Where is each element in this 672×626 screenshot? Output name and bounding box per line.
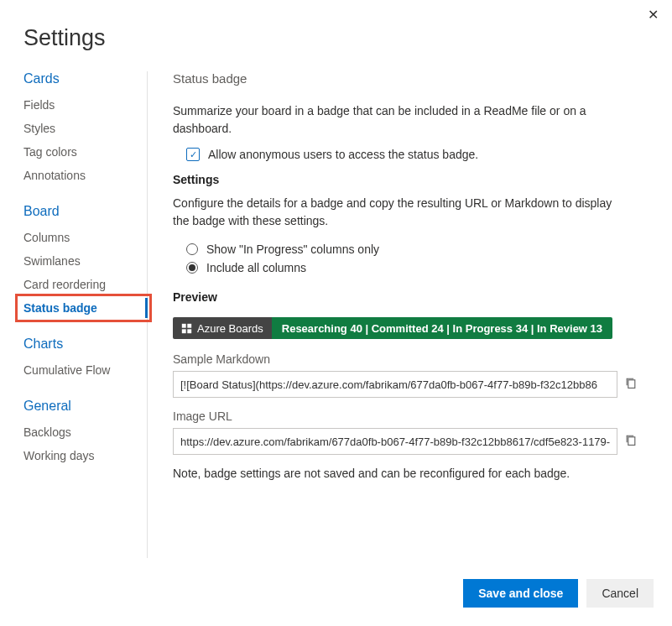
sidebar-item-working-days[interactable]: Working days <box>23 444 147 467</box>
svg-rect-5 <box>628 437 635 446</box>
dialog-footer: Save and close Cancel <box>463 579 654 608</box>
section-title: Status badge <box>173 71 654 86</box>
radio-include-all[interactable]: Include all columns <box>186 258 654 277</box>
columns-radio-group: Show "In Progress" columns only Include … <box>186 240 654 277</box>
image-url-input[interactable] <box>173 428 617 455</box>
sidebar-item-card-reordering[interactable]: Card reordering <box>23 273 147 296</box>
radio-label: Include all columns <box>206 261 306 274</box>
note-text: Note, badge settings are not saved and c… <box>173 467 654 480</box>
sidebar-item-backlogs[interactable]: Backlogs <box>23 420 147 444</box>
active-indicator <box>145 298 148 318</box>
azure-boards-icon <box>181 323 192 334</box>
sidebar-item-status-badge[interactable]: Status badge <box>23 296 147 320</box>
sidebar-item-annotations[interactable]: Annotations <box>23 164 147 187</box>
save-and-close-button[interactable]: Save and close <box>463 579 578 608</box>
dialog-title: Settings <box>23 25 654 51</box>
image-url-label: Image URL <box>173 410 654 423</box>
sample-markdown-input[interactable] <box>173 371 617 398</box>
svg-rect-1 <box>187 323 191 327</box>
settings-heading: Settings <box>173 173 654 186</box>
close-icon[interactable]: ✕ <box>648 8 659 22</box>
allow-anonymous-label: Allow anonymous users to access the stat… <box>208 148 478 161</box>
svg-rect-4 <box>628 380 635 389</box>
radio-label: Show "In Progress" columns only <box>206 243 379 256</box>
badge-status-text: Researching 40 | Committed 24 | In Progr… <box>272 317 612 339</box>
cancel-button[interactable]: Cancel <box>586 579 654 608</box>
sidebar-item-label: Status badge <box>23 301 97 315</box>
sample-markdown-label: Sample Markdown <box>173 352 654 366</box>
sidebar: Cards Fields Styles Tag colors Annotatio… <box>23 71 148 558</box>
sidebar-item-styles[interactable]: Styles <box>23 117 147 140</box>
sidebar-header-general: General <box>23 394 147 415</box>
sidebar-item-swimlanes[interactable]: Swimlanes <box>23 249 147 273</box>
main-panel: Status badge Summarize your board in a b… <box>148 71 654 558</box>
preview-heading: Preview <box>173 290 654 304</box>
sidebar-header-cards: Cards <box>23 71 147 88</box>
sidebar-header-board: Board <box>23 199 147 221</box>
sidebar-header-charts: Charts <box>23 331 147 353</box>
radio-icon[interactable] <box>186 243 198 255</box>
sidebar-item-cumulative-flow[interactable]: Cumulative Flow <box>23 358 147 382</box>
svg-rect-3 <box>187 329 191 333</box>
sidebar-item-fields[interactable]: Fields <box>23 93 147 117</box>
radio-show-in-progress[interactable]: Show "In Progress" columns only <box>186 240 654 258</box>
copy-icon <box>624 376 638 389</box>
copy-icon <box>624 433 638 446</box>
sidebar-item-columns[interactable]: Columns <box>23 226 147 249</box>
intro-text: Summarize your board in a badge that can… <box>173 102 634 138</box>
checkbox-icon[interactable]: ✓ <box>186 148 200 161</box>
copy-markdown-button[interactable] <box>624 376 641 393</box>
sidebar-item-tag-colors[interactable]: Tag colors <box>23 140 147 164</box>
status-badge-preview: Azure Boards Researching 40 | Committed … <box>173 317 612 339</box>
badge-brand-text: Azure Boards <box>197 322 263 335</box>
allow-anonymous-row[interactable]: ✓ Allow anonymous users to access the st… <box>186 148 654 161</box>
copy-url-button[interactable] <box>624 433 641 450</box>
badge-brand: Azure Boards <box>173 317 272 339</box>
radio-icon[interactable] <box>186 262 198 274</box>
svg-rect-0 <box>182 323 186 327</box>
settings-desc: Configure the details for a badge and co… <box>173 195 626 230</box>
svg-rect-2 <box>182 329 186 333</box>
